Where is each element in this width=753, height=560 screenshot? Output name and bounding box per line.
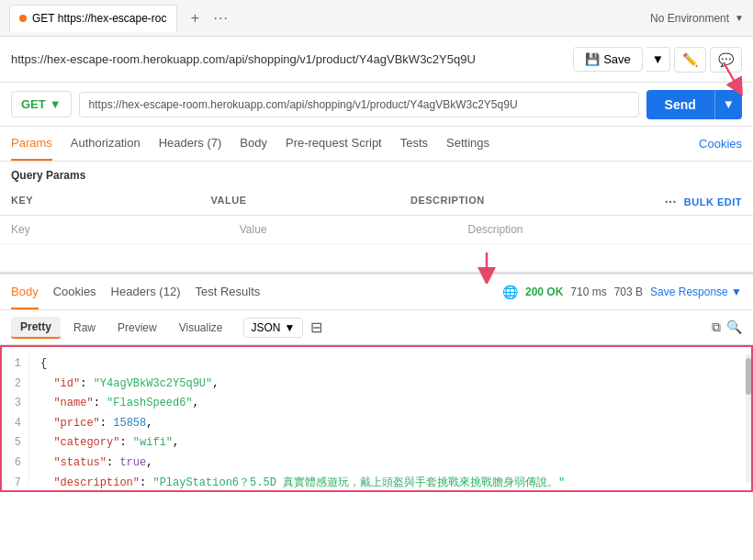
query-params-placeholder-row: Key Value Description bbox=[0, 216, 753, 244]
resp-tab-headers[interactable]: Headers (12) bbox=[111, 274, 181, 309]
json-content: { "id": "Y4agVBkW3c2Y5q9U", "name": "Fla… bbox=[29, 354, 746, 483]
save-icon: 💾 bbox=[585, 52, 600, 66]
response-meta: 🌐 200 OK 710 ms 703 B Save Response ▼ bbox=[502, 285, 742, 299]
save-button[interactable]: 💾 Save bbox=[573, 47, 643, 72]
col-header-key: KEY bbox=[11, 195, 211, 209]
resp-tab-cookies[interactable]: Cookies bbox=[53, 274, 96, 309]
more-options-icon[interactable]: ··· bbox=[665, 195, 677, 209]
save-dropdown-button[interactable]: ▼ bbox=[646, 47, 670, 72]
tab-authorization[interactable]: Authorization bbox=[71, 127, 140, 161]
save-response-button[interactable]: Save Response ▼ bbox=[650, 286, 742, 298]
json-line-3: "name": "FlashSpeed6", bbox=[40, 394, 735, 414]
format-bar: Pretty Raw Preview Visualize JSON ▼ ⊟ ⧉ … bbox=[0, 310, 753, 345]
url-bar: https://hex-escape-room.herokuapp.com/ap… bbox=[0, 37, 753, 83]
tab-label: GET https://hex-escape-roc bbox=[32, 12, 167, 25]
response-time: 710 ms bbox=[570, 286, 606, 298]
browser-tab-bar: GET https://hex-escape-roc + ··· No Envi… bbox=[0, 0, 753, 37]
tab-indicator bbox=[19, 15, 27, 22]
send-button[interactable]: Send bbox=[646, 90, 714, 119]
arrow-annotation bbox=[713, 61, 749, 95]
tab-prerequest[interactable]: Pre-request Script bbox=[286, 127, 382, 161]
filter-icon[interactable]: ⊟ bbox=[310, 319, 322, 336]
params-spacer bbox=[0, 244, 753, 272]
globe-icon: 🌐 bbox=[502, 285, 518, 299]
method-label: GET bbox=[21, 97, 46, 111]
scrollbar-thumb[interactable] bbox=[746, 358, 751, 395]
json-line-1: { bbox=[40, 354, 735, 375]
json-line-6: "status": true, bbox=[40, 454, 735, 474]
method-dropdown-icon: ▼ bbox=[50, 97, 62, 111]
query-params-header: KEY VALUE DESCRIPTION ··· Bulk Edit bbox=[0, 189, 753, 216]
col-header-actions: ··· Bulk Edit bbox=[650, 195, 742, 209]
cookies-link[interactable]: Cookies bbox=[699, 137, 742, 151]
copy-icon[interactable]: ⧉ bbox=[712, 319, 721, 335]
format-dropdown-icon: ▼ bbox=[285, 321, 296, 334]
method-selector[interactable]: GET ▼ bbox=[11, 91, 72, 118]
json-response-body: 1 2 3 4 5 6 7 8 { "id": "Y4agVBkW3c2Y5q9… bbox=[0, 345, 753, 492]
env-dropdown-icon[interactable]: ▼ bbox=[735, 13, 744, 23]
line-numbers: 1 2 3 4 5 6 7 8 bbox=[2, 354, 29, 483]
send-wrapper: Send ▼ bbox=[646, 90, 742, 119]
active-tab[interactable]: GET https://hex-escape-roc bbox=[9, 5, 177, 32]
json-line-2: "id": "Y4agVBkW3c2Y5q9U", bbox=[40, 375, 735, 395]
json-line-7: "description": "PlayStation6？5.5D 真實體感遊玩… bbox=[40, 474, 735, 492]
tab-settings[interactable]: Settings bbox=[446, 127, 489, 161]
url-display: https://hex-escape-room.herokuapp.com/ap… bbox=[11, 52, 566, 66]
search-icon[interactable]: 🔍 bbox=[726, 319, 742, 335]
tab-params[interactable]: Params bbox=[11, 127, 52, 161]
fmt-tab-pretty[interactable]: Pretty bbox=[11, 317, 61, 339]
fmt-tab-visualize[interactable]: Visualize bbox=[170, 318, 232, 338]
bulk-edit-label[interactable]: Bulk Edit bbox=[684, 196, 742, 207]
scrollbar[interactable] bbox=[746, 354, 751, 483]
request-bar: GET ▼ Send ▼ bbox=[0, 83, 753, 127]
resp-tab-body[interactable]: Body bbox=[11, 274, 39, 309]
placeholder-value[interactable]: Value bbox=[240, 223, 468, 236]
col-header-description: DESCRIPTION bbox=[410, 195, 650, 209]
response-arrow-annotation bbox=[468, 251, 505, 284]
response-size: 703 B bbox=[614, 286, 643, 298]
query-params-title: Query Params bbox=[0, 162, 753, 189]
json-line-4: "price": 15858, bbox=[40, 414, 735, 434]
response-status: 200 OK bbox=[525, 286, 563, 298]
tab-menu-button[interactable]: ··· bbox=[214, 10, 229, 27]
new-tab-button[interactable]: + bbox=[185, 7, 207, 29]
request-url-input[interactable] bbox=[79, 92, 639, 118]
edit-button[interactable]: ✏️ bbox=[674, 47, 706, 73]
fmt-tab-preview[interactable]: Preview bbox=[108, 318, 166, 338]
response-header: Body Cookies Headers (12) Test Results 🌐… bbox=[0, 272, 753, 310]
env-selector[interactable]: No Environment bbox=[650, 12, 729, 25]
json-line-5: "category": "wifi", bbox=[40, 433, 735, 454]
tab-headers[interactable]: Headers (7) bbox=[159, 127, 222, 161]
placeholder-key[interactable]: Key bbox=[11, 223, 240, 236]
col-header-value: VALUE bbox=[211, 195, 411, 209]
format-selector[interactable]: JSON ▼ bbox=[243, 318, 304, 338]
format-right-actions: ⧉ 🔍 bbox=[712, 319, 742, 335]
tab-body[interactable]: Body bbox=[240, 127, 267, 161]
request-tabs: Params Authorization Headers (7) Body Pr… bbox=[0, 127, 753, 162]
resp-tab-test-results[interactable]: Test Results bbox=[195, 274, 260, 309]
fmt-tab-raw[interactable]: Raw bbox=[64, 318, 105, 338]
placeholder-description[interactable]: Description bbox=[468, 223, 743, 236]
tab-tests[interactable]: Tests bbox=[400, 127, 428, 161]
save-response-dropdown-icon: ▼ bbox=[731, 286, 742, 298]
